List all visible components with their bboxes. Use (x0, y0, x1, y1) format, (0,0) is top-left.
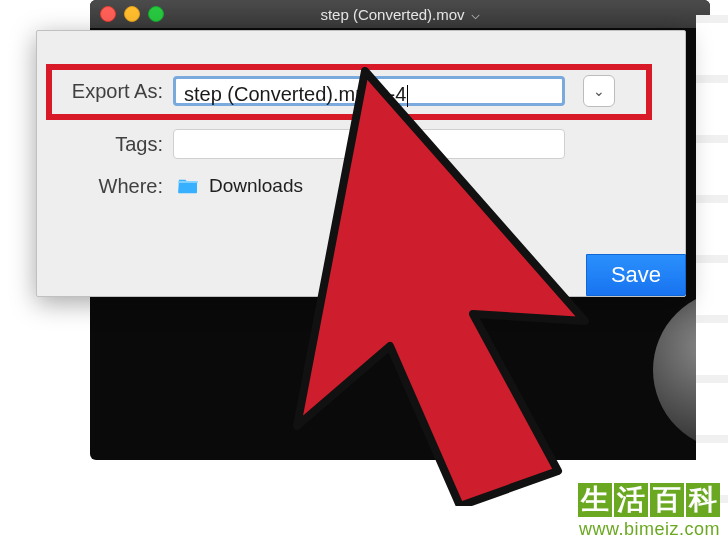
export-as-input[interactable]: step (Converted).mpeg-4 (173, 76, 565, 106)
window-titlebar: step (Converted).mov ⌵ (90, 0, 710, 28)
where-value: Downloads (209, 175, 303, 197)
maximize-window-icon[interactable] (148, 6, 164, 22)
text-caret (407, 85, 408, 107)
expand-save-panel-button[interactable]: ⌄ (583, 75, 615, 107)
export-as-label: Export As: (53, 80, 163, 103)
traffic-lights[interactable] (100, 6, 164, 22)
export-sheet: Export As: step (Converted).mpeg-4 ⌄ Tag… (36, 30, 686, 297)
window-title: step (Converted).mov (320, 6, 464, 23)
save-button-label: Save (611, 262, 661, 288)
watermark-char: 百 (650, 483, 684, 517)
folder-icon (177, 177, 199, 195)
where-label: Where: (53, 175, 163, 198)
close-window-icon[interactable] (100, 6, 116, 22)
chevron-down-icon: ⌄ (593, 83, 605, 99)
where-select[interactable]: Downloads (173, 171, 565, 201)
dropdown-caret-icon: ⌵ (471, 5, 480, 23)
watermark-char: 活 (614, 483, 648, 517)
minimize-window-icon[interactable] (124, 6, 140, 22)
film-strip-decoration (696, 15, 728, 546)
svg-rect-0 (178, 181, 198, 183)
tags-label: Tags: (53, 133, 163, 156)
tags-input[interactable] (173, 129, 565, 159)
save-button[interactable]: Save (586, 254, 686, 296)
watermark-char: 生 (578, 483, 612, 517)
export-as-value: step (Converted).mpeg-4 (184, 83, 406, 105)
